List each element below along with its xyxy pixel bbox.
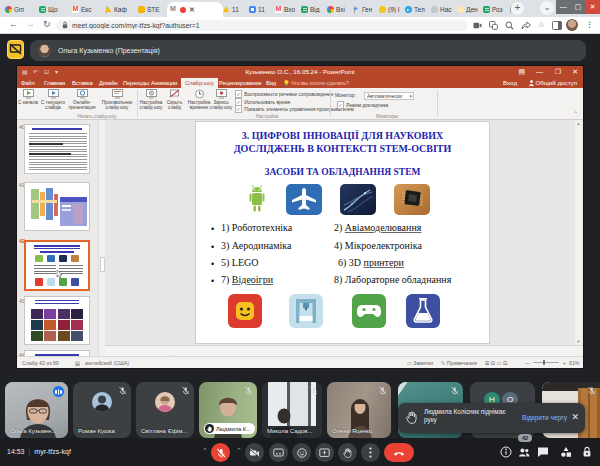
language-status[interactable]: английский (США) (85, 360, 129, 366)
ribbon-tab-insert[interactable]: Вставка (72, 78, 93, 88)
ribbon-tab-animations[interactable]: Анимации (151, 78, 177, 88)
view-buttons[interactable]: ⊞ ⊟ ▭ ⊡ (485, 360, 507, 366)
new-tab-button[interactable]: + (511, 2, 524, 15)
toast-close-button[interactable]: ✕ (571, 412, 579, 423)
use-timings-checkbox[interactable]: Использовать время (235, 99, 290, 105)
participant-tile-svitlana[interactable]: Світлана Єфім... (136, 382, 194, 438)
ppt-window-title: Кузьменко О.С., 16.05.24 - PowerPoint (17, 68, 583, 75)
camera-options-chevron[interactable]: ⌃ (236, 447, 242, 455)
from-beginning-button[interactable]: С начала (16, 89, 40, 115)
ribbon-tab-file[interactable]: Файл (21, 78, 35, 88)
zoom-icon[interactable] (505, 21, 514, 30)
monitor-dropdown[interactable]: Автоматически (364, 92, 414, 100)
tab-meet-active[interactable]: ✕ (167, 2, 223, 17)
activities-icon[interactable] (560, 446, 572, 458)
participant-tile-olena[interactable]: Олена Яценко (327, 382, 391, 438)
slide-thumbnail-42-selected[interactable] (24, 240, 90, 291)
address-bar[interactable]: meet.google.com/myr-tfzs-kqf?authuser=1 (56, 20, 468, 31)
participant-tile-mykola[interactable]: Микола Садов... (262, 382, 322, 438)
slideshow-monitor-icon (23, 89, 34, 99)
camera-indicator-icon[interactable] (473, 22, 482, 29)
reload-button[interactable]: ↻ (43, 19, 51, 29)
tell-me-box[interactable]: 💡 Что вы хотите сделать? (283, 78, 349, 88)
captions-button[interactable] (269, 443, 288, 462)
from-current-slide-button[interactable]: С текущего слайда (40, 89, 66, 115)
reactions-button[interactable] (292, 443, 311, 462)
ribbon-group-label: Настройка (217, 114, 317, 119)
camera-button[interactable] (245, 443, 264, 462)
ppt-share-button[interactable]: Общий доступ (529, 78, 577, 88)
comments-toggle[interactable]: ✎ Примечания (441, 360, 477, 366)
notes-toggle[interactable]: ▭ Заметки (407, 360, 433, 366)
back-button[interactable]: ← (9, 19, 18, 29)
bookmark-star-icon[interactable]: ☆ (538, 20, 545, 29)
translate-icon[interactable] (489, 21, 498, 30)
ppt-minimize-button[interactable]: — (536, 67, 543, 77)
window-maximize-button[interactable]: ▢ (571, 0, 586, 14)
hide-slide-button[interactable]: Скрыть слайд (164, 89, 185, 115)
open-queue-button[interactable]: Відкрити чергу (522, 414, 567, 421)
window-minimize-button[interactable]: — (556, 0, 571, 14)
captions-icon (273, 448, 284, 457)
window-close-button[interactable]: ✕ (585, 0, 600, 14)
ribbon-tab-review[interactable]: Рецензирование (219, 78, 262, 88)
tab-sheets-3[interactable]: Роз (480, 2, 511, 17)
notification-favicon-icon (379, 6, 386, 13)
ribbon-tab-slideshow[interactable]: Слайд-шоу (181, 78, 218, 88)
slide-thumbnail-40[interactable] (24, 124, 90, 174)
forward-button[interactable]: → (26, 19, 35, 29)
people-icon[interactable] (518, 446, 530, 458)
ribbon-tab-design[interactable]: Дизайн (99, 78, 118, 88)
zoom-slider[interactable] (533, 362, 559, 363)
ribbon-tab-view[interactable]: Вид (266, 78, 276, 88)
chrome-menu-icon[interactable]: ⋮ (586, 20, 594, 29)
slide-scrollbar[interactable]: ▲ ▼ (575, 120, 582, 345)
more-options-button[interactable] (361, 443, 380, 462)
current-slide[interactable]: 3. ЦИФРОВІ ІННОВАЦІЇ ДЛЯ НАУКОВИХДОСЛІДЖ… (196, 122, 489, 343)
setup-slideshow-button[interactable]: Настройка слайд-шоу (138, 89, 164, 115)
ppt-restore-button[interactable]: ❐ (555, 67, 561, 77)
profile-avatar[interactable] (566, 19, 578, 31)
presenting-indicator[interactable] (7, 40, 24, 59)
collapse-ribbon-icon[interactable]: ⌃ (573, 110, 578, 117)
chat-icon[interactable] (537, 446, 549, 458)
raise-hand-button[interactable] (338, 443, 357, 462)
ribbon-options-icon[interactable]: ▤ (518, 67, 525, 77)
zoom-in-button[interactable]: + (563, 360, 566, 366)
show-media-controls-checkbox[interactable]: Показать элементы управления проигрывате… (235, 106, 354, 112)
tab-label: 11_ (232, 6, 242, 13)
record-icon (216, 89, 227, 99)
record-slideshow-button[interactable]: Запись слайд-шоу (209, 89, 233, 115)
tab-search-button[interactable]: ⌄ (540, 1, 554, 15)
play-narrations-checkbox[interactable]: Воспроизвести речевое сопровождение (235, 91, 333, 97)
participant-tile-roman[interactable]: Роман Кушка (73, 382, 131, 438)
spellcheck-icon[interactable]: ▤ (75, 360, 80, 366)
notes-pane[interactable]: Заметки к слайду (105, 345, 583, 356)
participant-tile-lyudmyla[interactable]: Людмила К... (199, 382, 257, 438)
info-icon[interactable] (500, 446, 512, 458)
custom-slideshow-button[interactable]: Произвольное слайд-шоу (98, 89, 136, 115)
host-controls-icon[interactable] (581, 446, 593, 458)
ribbon-tab-home[interactable]: Главная (44, 78, 65, 88)
presenter-view-checkbox[interactable]: Режим докладчика (337, 102, 388, 108)
side-panel-icon[interactable] (552, 21, 562, 30)
thumbnail-scrollbar[interactable] (98, 120, 105, 356)
end-call-button[interactable] (384, 443, 414, 462)
monitor-value: Автоматически (367, 93, 402, 99)
participant-tile-olga[interactable]: Ольга Кузьмен... (5, 382, 68, 438)
tab-close-icon[interactable]: ✕ (189, 6, 195, 14)
zoom-out-button[interactable]: — (525, 360, 530, 366)
mic-options-chevron[interactable]: ⌃ (202, 447, 208, 455)
ppt-signin-link[interactable]: Вход (503, 78, 517, 88)
zoom-slider-thumb[interactable] (543, 360, 545, 365)
present-button[interactable] (315, 443, 334, 462)
tab-label: Нас (440, 6, 452, 13)
mic-button-muted[interactable] (211, 443, 230, 462)
slide-thumbnail-43[interactable] (24, 296, 90, 345)
ppt-close-button[interactable]: ✕ (572, 67, 578, 77)
share-icon[interactable] (521, 21, 531, 30)
zoom-level[interactable]: 61% (569, 360, 579, 366)
ribbon-tab-transitions[interactable]: Переходы (123, 78, 149, 88)
slide-thumbnail-41[interactable] (24, 182, 90, 231)
present-online-button[interactable]: Онлайн-презентация (67, 89, 97, 115)
